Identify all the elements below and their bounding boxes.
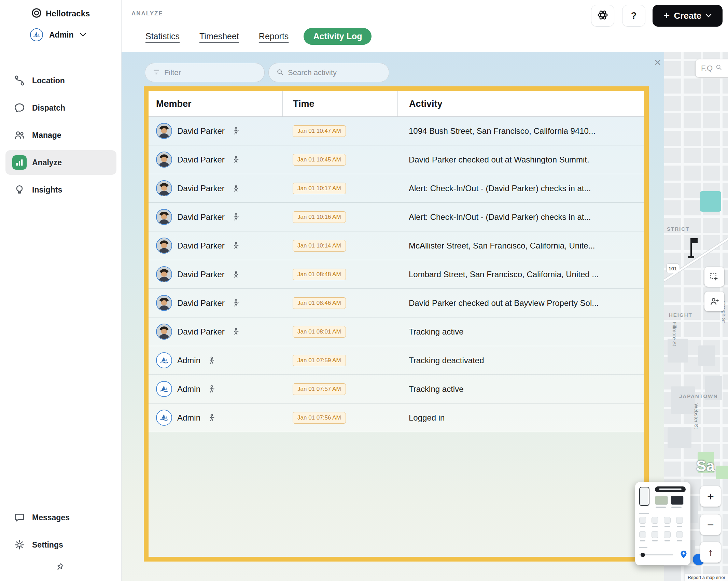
gear-icon bbox=[12, 538, 27, 552]
table-row[interactable]: David Parker Jan 01 08:46 AM David Parke… bbox=[149, 289, 644, 317]
layer-toggle[interactable] bbox=[676, 517, 683, 524]
assistant-button[interactable] bbox=[591, 5, 614, 27]
map-block bbox=[671, 386, 695, 414]
table-row[interactable]: Admin Jan 01 07:57 AM Tracking active bbox=[149, 375, 644, 403]
icon-size-slider[interactable] bbox=[639, 554, 673, 555]
street-label-webster: Webster St bbox=[694, 403, 699, 429]
time-badge: Jan 01 08:46 AM bbox=[293, 297, 346, 309]
caption-bar bbox=[652, 526, 658, 527]
time-badge: Jan 01 08:48 AM bbox=[293, 269, 346, 280]
member-pin-icon bbox=[231, 213, 240, 222]
map-provider-pill[interactable] bbox=[655, 486, 686, 492]
sidebar-item-label: Insights bbox=[32, 185, 62, 195]
layer-toggle[interactable] bbox=[664, 531, 671, 538]
table-row[interactable]: David Parker Jan 01 08:48 AM Lombard Str… bbox=[149, 260, 644, 289]
map-style-popup[interactable] bbox=[635, 482, 690, 565]
table-row[interactable]: David Parker Jan 01 10:45 AM David Parke… bbox=[149, 145, 644, 174]
map-label-japantown: JAPANTOWN bbox=[679, 393, 718, 399]
caption-bar bbox=[652, 540, 658, 541]
sidebar-item-label: Manage bbox=[32, 131, 61, 140]
layer-toggle[interactable] bbox=[676, 531, 683, 538]
time-badge: Jan 01 10:47 AM bbox=[293, 125, 346, 137]
layer-toggle[interactable] bbox=[652, 531, 658, 538]
member-pin-icon bbox=[207, 356, 216, 365]
map-search-stub[interactable]: F.Q bbox=[696, 59, 728, 77]
activity-text: McAllister Street, San Francisco, Califo… bbox=[397, 241, 644, 251]
caption-bar bbox=[640, 526, 645, 527]
member-name: David Parker bbox=[177, 212, 225, 222]
sidebar-item-settings[interactable]: Settings bbox=[5, 533, 116, 557]
layer-toggle[interactable] bbox=[664, 517, 671, 524]
member-pin-icon bbox=[231, 127, 240, 136]
sidebar-item-insights[interactable]: Insights bbox=[5, 178, 116, 202]
table-header: Member Time Activity bbox=[149, 91, 644, 117]
member-name: David Parker bbox=[177, 241, 225, 251]
magnifier-icon bbox=[715, 64, 722, 73]
tab-activity-log[interactable]: Activity Log bbox=[304, 28, 372, 45]
map-block bbox=[668, 339, 688, 363]
map-type-satellite-thumb[interactable] bbox=[655, 496, 668, 505]
map-label-height: HEIGHT bbox=[669, 312, 692, 318]
marquee-select-button[interactable] bbox=[704, 267, 724, 287]
sidebar-footer: Messages Settings bbox=[5, 505, 116, 557]
brand-name: Hellotracks bbox=[46, 9, 90, 18]
member-avatar bbox=[156, 324, 172, 340]
time-badge: Jan 01 10:45 AM bbox=[293, 154, 346, 166]
report-map-error-link[interactable]: Report a map error bbox=[685, 574, 728, 581]
sidebar-item-location[interactable]: Location bbox=[5, 68, 116, 93]
sidebar-item-dispatch[interactable]: Dispatch bbox=[5, 96, 116, 120]
activity-table: Member Time Activity David Parker Jan 01… bbox=[144, 86, 649, 562]
filter-field[interactable] bbox=[145, 63, 265, 82]
layer-toggle[interactable] bbox=[639, 531, 646, 538]
member-pin-icon bbox=[231, 270, 240, 279]
search-activity-input[interactable] bbox=[288, 68, 381, 77]
pushpin-icon bbox=[55, 562, 65, 574]
sidebar-item-messages[interactable]: Messages bbox=[5, 505, 116, 530]
member-name: Admin bbox=[177, 384, 200, 394]
filter-input[interactable] bbox=[164, 68, 257, 77]
member-pin-icon bbox=[207, 413, 216, 422]
tab-reports[interactable]: Reports bbox=[259, 31, 289, 41]
table-row[interactable]: David Parker Jan 01 10:17 AM Alert: Chec… bbox=[149, 174, 644, 203]
help-button[interactable]: ? bbox=[622, 5, 645, 27]
map-preview-thumbnail[interactable] bbox=[639, 487, 649, 506]
table-row[interactable]: David Parker Jan 01 10:16 AM Alert: Chec… bbox=[149, 203, 644, 231]
dispatch-bubble-icon bbox=[12, 101, 27, 115]
activity-text: Tracking deactivated bbox=[397, 356, 644, 365]
table-row[interactable]: Admin Jan 01 07:59 AM Tracking deactivat… bbox=[149, 346, 644, 375]
openai-icon bbox=[597, 9, 608, 22]
map-block bbox=[698, 345, 715, 366]
member-name: Admin bbox=[177, 356, 200, 365]
people-icon bbox=[12, 128, 27, 142]
map-flag-marker[interactable] bbox=[685, 238, 700, 261]
sidebar-item-label: Messages bbox=[32, 513, 70, 522]
layer-toggle[interactable] bbox=[652, 517, 658, 524]
close-icon[interactable]: × bbox=[650, 55, 665, 70]
pan-up-button[interactable]: ↑ bbox=[700, 542, 721, 563]
brand: Hellotracks bbox=[31, 7, 90, 20]
caption-bar bbox=[677, 526, 682, 527]
table-row[interactable]: Admin Jan 01 07:56 AM Logged in bbox=[149, 403, 644, 432]
zoom-out-button[interactable]: − bbox=[700, 514, 721, 535]
time-badge: Jan 01 07:57 AM bbox=[293, 383, 346, 395]
table-row[interactable]: David Parker Jan 01 08:01 AM Tracking ac… bbox=[149, 317, 644, 346]
activity-log-panel: × Member Time Activity David Parker Jan … bbox=[122, 52, 664, 581]
tab-timesheet[interactable]: Timesheet bbox=[199, 31, 239, 41]
map-type-dark-thumb[interactable] bbox=[671, 496, 684, 505]
member-pin-icon bbox=[231, 299, 240, 308]
table-row[interactable]: David Parker Jan 01 10:14 AM McAllister … bbox=[149, 231, 644, 260]
tab-statistics[interactable]: Statistics bbox=[145, 31, 180, 41]
add-person-button[interactable] bbox=[704, 292, 724, 311]
account-switcher[interactable]: Admin bbox=[30, 27, 86, 42]
sidebar-pin-toggle[interactable] bbox=[51, 558, 70, 578]
hellotracks-logo-icon bbox=[31, 8, 42, 19]
search-field[interactable] bbox=[268, 63, 389, 82]
map-park bbox=[716, 466, 728, 479]
sidebar-item-manage[interactable]: Manage bbox=[5, 123, 116, 147]
layer-toggle[interactable] bbox=[639, 517, 646, 524]
location-pin-icon bbox=[680, 550, 687, 560]
create-button[interactable]: + Create bbox=[653, 5, 723, 27]
zoom-in-button[interactable]: + bbox=[700, 486, 721, 507]
sidebar-item-analyze[interactable]: Analyze bbox=[5, 150, 116, 175]
table-row[interactable]: David Parker Jan 01 10:47 AM 1094 Bush S… bbox=[149, 117, 644, 145]
